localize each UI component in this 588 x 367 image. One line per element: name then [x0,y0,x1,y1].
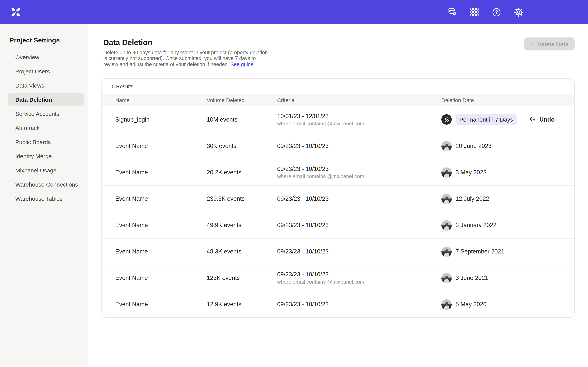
criteria-range: 10/01/23 - 12/01/23 [277,113,441,119]
table-row: Signup_login 10M events 10/01/23 - 12/01… [102,106,574,133]
settings-icon[interactable] [514,7,524,17]
criteria-range: 09/23/23 - 10/10/23 [277,195,441,202]
mixpanel-x-mark [11,7,21,17]
column-header-deletion-date: Deletion Date [441,97,563,103]
table-header-row: Name Volume Deleted Criteria Deletion Da… [102,94,574,106]
row-deletion-date: Permanent in 7 Days Undo [441,114,563,125]
row-volume: 49.9K events [207,222,277,229]
row-criteria: 09/23/23 - 10/10/23 where email contains… [277,166,441,179]
column-header-criteria: Criteria [277,97,441,103]
help-icon[interactable]: ? [492,7,502,17]
main-content: Data Deletion Delete up to 90 days data … [88,24,588,367]
criteria-range: 09/23/23 - 10/10/23 [277,271,441,278]
criteria-subtext: where email contains @mixpanel.com [277,279,441,285]
row-deletion-date: 7 September 2021 [441,246,563,257]
sidebar-item-public-boards[interactable]: Public Boards [8,136,84,148]
project-settings-sidebar: Project Settings Overview Project Users … [0,24,88,367]
topbar-icon-group: ? [447,0,524,24]
sidebar-item-data-deletion[interactable]: Data Deletion [8,93,84,106]
sidebar-item-service-accounts[interactable]: Service Accounts [8,108,84,120]
row-volume: 10M events [207,116,277,123]
criteria-subtext: where email contains @mixpanel.com [277,121,441,126]
row-name: Signup_login [115,116,207,123]
row-criteria: 09/23/23 - 10/10/23 [277,301,441,308]
criteria-range: 09/23/23 - 10/10/23 [277,142,441,150]
sidebar-item-project-users[interactable]: Project Users [8,65,84,77]
sidebar-item-warehouse-tables[interactable]: Warehouse Tables [8,192,84,205]
row-name: Event Name [115,169,207,176]
avatar [441,114,452,125]
row-criteria: 10/01/23 - 12/01/23 where email contains… [277,113,441,126]
table-row: Event Name 12.9K events 09/23/23 - 10/10… [102,291,574,317]
mixpanel-logo-icon[interactable] [10,7,21,17]
deleted-on-date: 3 May 2023 [456,169,486,176]
row-volume: 123K events [207,275,277,281]
row-deletion-date: 3 January 2022 [441,220,563,230]
criteria-range: 09/23/23 - 10/10/23 [277,222,441,229]
column-header-volume-deleted: Volume Deleted [207,97,277,103]
avatar [441,246,452,257]
table-row: Event Name 48.3K events 09/23/23 - 10/10… [102,238,574,265]
sidebar-item-identity-merge[interactable]: Identity Merge [8,150,84,162]
row-volume: 30K events [207,142,277,150]
row-name: Event Name [115,222,207,229]
svg-text:?: ? [495,9,498,15]
row-name: Event Name [115,275,207,281]
deletion-requests-card: 5 Results Name Volume Deleted Criteria D… [102,78,575,318]
row-name: Event Name [115,301,207,308]
row-deletion-date: 5 May 2020 [441,299,563,309]
row-criteria: 09/23/23 - 10/10/23 where email contains… [277,271,441,285]
sidebar-item-autotrack[interactable]: Autotrack [8,122,84,134]
undo-label: Undo [539,116,554,123]
row-criteria: 09/23/23 - 10/10/23 [277,248,441,255]
avatar [441,273,452,283]
undo-icon [529,116,536,123]
table-row: Event Name 30K events 09/23/23 - 10/10/2… [102,133,574,159]
column-header-name: Name [115,97,207,103]
apps-grid-icon[interactable] [469,7,479,17]
avatar [441,141,452,151]
avatar [441,167,452,178]
row-criteria: 09/23/23 - 10/10/23 [277,142,441,150]
sidebar-item-warehouse-connections[interactable]: Warehouse Connections [8,178,84,190]
row-name: Event Name [115,248,207,255]
row-criteria: 09/23/23 - 10/10/23 [277,195,441,202]
criteria-subtext: where email contains @mixpanel.com [277,174,441,179]
row-deletion-date: 20 June 2023 [441,141,563,151]
table-row: Event Name 239.3K events 09/23/23 - 10/1… [102,185,574,212]
row-deletion-date: 3 May 2023 [441,167,563,178]
results-count: 5 Results [102,79,574,94]
avatar [441,194,452,204]
row-deletion-date: 12 July 2022 [441,194,563,204]
page-title: Data Deletion [103,37,588,47]
row-volume: 239.3K events [207,195,277,202]
status-badge: Permanent in 7 Days [456,114,517,125]
criteria-range: 09/23/23 - 10/10/23 [277,301,441,308]
table-row: Event Name 123K events 09/23/23 - 10/10/… [102,265,574,291]
criteria-range: 09/23/23 - 10/10/23 [277,248,441,255]
deleted-on-date: 3 June 2021 [456,275,488,281]
delete-data-button[interactable]: + Delete Data [524,37,575,50]
deleted-on-date: 5 May 2020 [456,301,486,308]
row-volume: 12.9K events [207,301,277,308]
row-criteria: 09/23/23 - 10/10/23 [277,222,441,229]
delete-data-label: Delete Data [537,41,569,47]
sidebar-item-mixpanel-usage[interactable]: Mixpanel Usage [8,164,84,176]
sidebar-item-overview[interactable]: Overview [8,51,84,63]
row-name: Event Name [115,195,207,202]
row-deletion-date: 3 June 2021 [441,273,563,283]
row-volume: 48.3K events [207,248,277,255]
sidebar-item-data-views[interactable]: Data Views [8,79,84,91]
see-guide-link[interactable]: See guide [230,62,254,67]
page-description: Delete up to 90 days data for any event … [103,50,272,67]
criteria-range: 09/23/23 - 10/10/23 [277,166,441,172]
table-row: Event Name 20.2K events 09/23/23 - 10/10… [102,159,574,185]
table-row: Event Name 49.9K events 09/23/23 - 10/10… [102,212,574,238]
plus-icon: + [530,41,534,47]
row-name: Event Name [115,142,207,150]
deleted-on-date: 20 June 2023 [456,142,492,150]
undo-button[interactable]: Undo [529,116,554,123]
deleted-on-date: 3 January 2022 [456,222,496,229]
data-management-icon[interactable] [447,7,457,17]
sidebar-heading: Project Settings [9,36,88,45]
